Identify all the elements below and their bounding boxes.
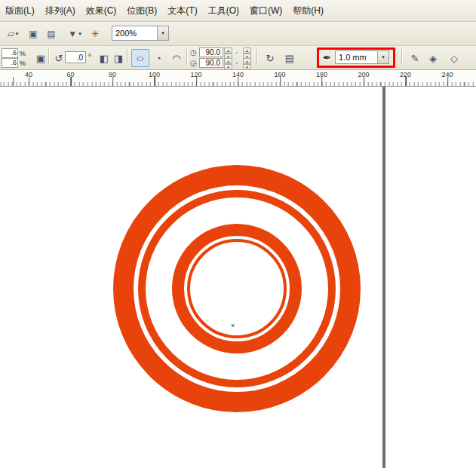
export-button[interactable]: ▤ [42, 25, 60, 43]
pie-icon: ◔ [155, 53, 161, 64]
rotate-icon: ↺ [55, 53, 63, 64]
separator [256, 49, 257, 66]
lock-icon: ▣ [36, 53, 45, 64]
ruler-label: 60 [66, 71, 74, 78]
spinner-down-icon[interactable]: ▾ [224, 64, 232, 70]
canvas-area[interactable]: × [0, 87, 476, 468]
format-text-icon: ✎ [411, 53, 419, 64]
direction-icon: ↻ [266, 53, 275, 64]
ruler-label: 160 [274, 71, 285, 78]
symbols-icon: ◈ [429, 53, 437, 64]
format-text-button[interactable]: ✎ [406, 49, 424, 67]
zoom-level-value[interactable]: 200% [112, 26, 157, 40]
lock-ratio-button[interactable]: ▣ [33, 49, 48, 67]
menu-layout[interactable]: 版面(L) [0, 0, 40, 21]
zoom-dropdown-icon[interactable]: ▾ [157, 26, 168, 40]
scale-h-field[interactable]: .6 [2, 48, 18, 58]
spinner-up-icon[interactable]: ▴ [224, 47, 232, 54]
mirror-horizontal-button[interactable]: ◧ [97, 49, 112, 67]
mirror-horizontal-icon: ◧ [100, 53, 109, 64]
change-direction-button[interactable]: ↻ [261, 49, 279, 67]
separator [186, 49, 187, 66]
ring-outer[interactable] [124, 176, 351, 402]
outline-width-combo[interactable]: 1.0 mm ▾ [335, 50, 389, 64]
export-icon: ▤ [47, 29, 55, 39]
separator [127, 49, 127, 66]
scale-v-unit: % [20, 60, 26, 67]
ruler-label: 180 [316, 71, 327, 78]
text-wrap-icon: ▤ [285, 53, 294, 64]
menu-window[interactable]: 窗口(W) [244, 0, 287, 21]
menu-arrange[interactable]: 排列(A) [40, 0, 81, 21]
ruler-label: 200 [358, 71, 369, 78]
standard-toolbar: ▱ ▾ ▣ ▤ ▼ ▾ ✳ 200% ▾ [0, 22, 476, 46]
spinner-up-icon[interactable]: ▴ [243, 58, 251, 64]
ring-inner-thin[interactable] [189, 240, 285, 337]
spinner-up-icon[interactable]: ▴ [243, 47, 251, 54]
menu-text[interactable]: 文本(T) [162, 0, 202, 21]
spinner-up-icon[interactable]: ▴ [224, 58, 232, 64]
ring-inner-thick[interactable] [178, 230, 296, 347]
ruler-label: 220 [400, 71, 411, 78]
scale-v-field[interactable]: .6 [2, 58, 18, 68]
symbols-button[interactable]: ◈ [424, 49, 442, 67]
mirror-vertical-button[interactable]: ◨ [111, 49, 126, 67]
mirror-vertical-icon: ◨ [114, 53, 123, 64]
end-angle-step-spinner[interactable]: ▴ ▾ [243, 58, 251, 70]
ruler-label: 40 [25, 71, 32, 78]
application-launcher-button[interactable]: ▼ ▾ [63, 25, 86, 43]
zoom-level-combo[interactable]: 200% ▾ [112, 26, 169, 41]
outline-width-value[interactable]: 1.0 mm [336, 51, 377, 63]
outline-width-dropdown-icon[interactable]: ▾ [377, 51, 388, 63]
horizontal-ruler[interactable]: 40 60 80 100 120 140 160 180 200 220 240 [0, 70, 476, 87]
import-button[interactable]: ▣ [24, 25, 42, 43]
property-bar: .6 % .6 % ▣ ↺ .0 ° ◧ ◨ ○ ◔ ◠ ◷ 90.0 ▴ ▾ … [0, 46, 476, 70]
pie-shape-button[interactable]: ◔ [149, 49, 167, 67]
separator [401, 49, 402, 66]
rotation-indicator: ↺ [51, 49, 66, 67]
menu-effects[interactable]: 效果(C) [81, 0, 122, 21]
ellipse-shape-button[interactable]: ○ [131, 49, 149, 67]
ruler-label: 140 [232, 71, 244, 78]
start-angle-field[interactable]: 90.0 [199, 47, 223, 57]
menu-tools[interactable]: 工具(O) [203, 0, 244, 21]
spinner-down-icon[interactable]: ▾ [243, 64, 251, 70]
shape-options-button[interactable]: ▱ ▾ [2, 25, 24, 43]
end-angle-icon: ◶ [190, 59, 197, 67]
shape-options-icon: ▱ [8, 29, 14, 39]
drawing-layer [0, 87, 476, 468]
ruler-label: 240 [441, 71, 453, 78]
ruler-label: 120 [190, 71, 201, 78]
scale-h-unit: % [20, 50, 26, 57]
ruler-label: 80 [109, 71, 116, 78]
chevron-down-icon: ▾ [78, 31, 81, 37]
end-angle-field[interactable]: 90.0 [199, 58, 223, 68]
import-icon: ▣ [29, 29, 37, 39]
scale-h-row: .6 % [2, 48, 26, 58]
page-boundary-line [382, 87, 385, 468]
menu-bitmaps[interactable]: 位图(B) [121, 0, 162, 21]
ruler-label: 100 [149, 71, 160, 78]
ellipse-icon: ○ [136, 53, 145, 64]
snap-button[interactable]: ✳ [86, 25, 104, 43]
launcher-icon: ▼ [68, 29, 77, 39]
end-angle-mini-icon: ◦ [235, 59, 238, 67]
node-marker[interactable]: × [231, 322, 235, 329]
text-wrap-button[interactable]: ▤ [281, 49, 299, 67]
separator [48, 49, 49, 66]
degree-label: ° [88, 53, 91, 61]
ring-second[interactable] [142, 194, 332, 384]
menu-help[interactable]: 帮助(H) [287, 0, 329, 21]
arc-icon: ◠ [172, 53, 180, 64]
menu-bar: 版面(L) 排列(A) 效果(C) 位图(B) 文本(T) 工具(O) 窗口(W… [0, 0, 476, 22]
arc-shape-button[interactable]: ◠ [167, 49, 186, 67]
start-angle-icon: ◷ [190, 48, 197, 57]
outline-dialog-button[interactable]: ◇ [445, 49, 463, 67]
chevron-down-icon: ▾ [16, 31, 19, 37]
scale-v-row: .6 % [2, 58, 26, 68]
end-angle-spinner[interactable]: ▴ ▾ [224, 58, 232, 70]
rotation-angle-field[interactable]: .0 [65, 51, 86, 63]
outline-dialog-icon: ◇ [450, 53, 458, 64]
start-angle-mini-icon: ◦ [235, 48, 238, 57]
pen-nib-icon: ✒ [323, 52, 331, 63]
